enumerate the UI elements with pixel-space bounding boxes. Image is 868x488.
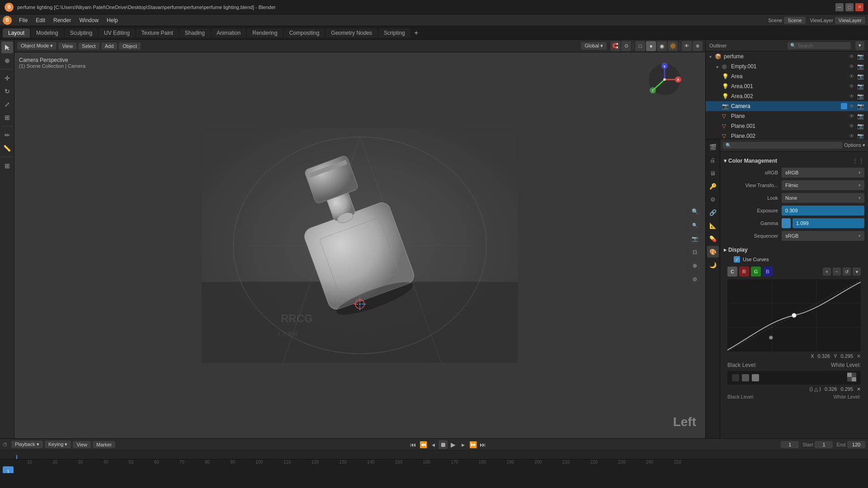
viewport-select-menu[interactable]: Select: [78, 42, 99, 50]
outliner-item-plane[interactable]: ▸ ▽ Plane 👁 📷: [706, 111, 868, 121]
curve-zoom-in[interactable]: +: [823, 267, 831, 276]
frame-all-button[interactable]: ⊡: [689, 246, 701, 258]
transport-stop[interactable]: ⏹: [439, 440, 448, 449]
curve-close-button[interactable]: ✕: [857, 353, 861, 359]
transport-prev-frame[interactable]: ◂: [429, 440, 438, 449]
curve-channel-c[interactable]: C: [727, 267, 737, 277]
prop-tab-output[interactable]: 🖨: [707, 154, 719, 166]
keying-menu[interactable]: Keying ▾: [45, 441, 71, 448]
menu-edit[interactable]: Edit: [32, 16, 49, 24]
transport-last[interactable]: ⏭: [478, 440, 487, 449]
tool-select[interactable]: [1, 42, 13, 53]
proportional-edit-button[interactable]: ⊙: [621, 41, 631, 51]
color-mgmt-menu-button[interactable]: ⋮⋮: [852, 157, 864, 164]
tab-modeling[interactable]: Modeling: [31, 28, 64, 38]
shading-material-button[interactable]: ◉: [657, 41, 667, 51]
use-curves-checkbox[interactable]: ✓: [734, 256, 740, 263]
menu-render[interactable]: Render: [50, 16, 75, 24]
outliner-eye-area002[interactable]: 👁: [849, 93, 856, 99]
transport-next-key[interactable]: ⏩: [468, 440, 477, 449]
transport-first[interactable]: ⏮: [409, 440, 418, 449]
close-button[interactable]: ✕: [855, 3, 863, 11]
curve-channel-b[interactable]: B: [763, 267, 773, 277]
tab-scripting[interactable]: Scripting: [378, 28, 410, 38]
outliner-cam-perfume[interactable]: 📷: [857, 53, 864, 60]
tab-sculpting[interactable]: Sculpting: [65, 28, 98, 38]
prop-tab-particles[interactable]: 💊: [707, 233, 719, 244]
curve-zoom-out[interactable]: −: [833, 267, 841, 276]
tab-rendering[interactable]: Rendering: [247, 28, 283, 38]
viewlayer-selector[interactable]: ViewLayer: [835, 17, 865, 24]
outliner-item-plane002[interactable]: ▸ ▽ Plane.002 👁 📷: [706, 131, 868, 139]
tab-shading[interactable]: Shading: [179, 28, 210, 38]
outliner-eye-empty001[interactable]: 👁: [849, 63, 856, 70]
tool-scale[interactable]: ⤢: [1, 99, 13, 110]
curve-graph[interactable]: [727, 279, 861, 352]
outliner-item-plane001[interactable]: ▸ ▽ Plane.001 👁 📷: [706, 121, 868, 131]
transport-play[interactable]: ▶: [448, 440, 458, 449]
prop-tab-constraints[interactable]: 🌙: [707, 259, 719, 271]
toggle-local-button[interactable]: ⊕: [689, 260, 701, 272]
outliner-cam-plane002[interactable]: 📷: [857, 133, 864, 139]
outliner-cam-plane[interactable]: 📷: [857, 113, 864, 119]
properties-options[interactable]: Options ▾: [844, 142, 865, 148]
viewport-object-menu[interactable]: Object: [119, 42, 141, 50]
outliner-eye-area001[interactable]: 👁: [849, 83, 856, 89]
snap-button[interactable]: 🧲: [610, 41, 620, 51]
properties-search[interactable]: 🔍: [723, 142, 842, 149]
prop-tab-render[interactable]: 🎬: [707, 141, 719, 153]
tool-cursor[interactable]: ⊕: [1, 55, 13, 66]
prop-tab-modifier[interactable]: 📐: [707, 220, 719, 231]
outliner-filter-button[interactable]: ▾: [855, 41, 864, 50]
outliner-item-camera[interactable]: ▸ 📷 Camera 👁 📷: [706, 101, 868, 111]
overlay-button[interactable]: 👁: [682, 41, 692, 51]
outliner-search[interactable]: 🔍 Search: [788, 42, 851, 49]
pivot-point-selector[interactable]: Global ▾: [581, 42, 607, 50]
nav-gizmo[interactable]: Y X Z: [646, 61, 683, 98]
prop-tab-scene[interactable]: 🔑: [707, 180, 719, 192]
view-transform-selector[interactable]: Filmic ▾: [782, 180, 864, 190]
prop-tab-material[interactable]: 🎨: [707, 246, 719, 258]
outliner-item-area002[interactable]: ▸ 💡 Area.002 👁 📷: [706, 91, 868, 101]
shading-wireframe-button[interactable]: □: [635, 41, 645, 51]
prop-tab-world[interactable]: ⚙: [707, 193, 719, 205]
curve-menu[interactable]: ▾: [853, 267, 861, 276]
playhead[interactable]: [16, 455, 17, 460]
tool-add[interactable]: ⊞: [1, 160, 13, 172]
color-management-header[interactable]: ▾ Color Management ⋮⋮: [724, 155, 864, 166]
outliner-cam-area002[interactable]: 📷: [857, 93, 864, 99]
transport-prev-key[interactable]: ⏪: [419, 440, 428, 449]
transport-next-frame[interactable]: ▸: [458, 440, 467, 449]
viewport-canvas[interactable]: Camera Perspective (1) Scene Collection …: [14, 52, 705, 438]
sequencer-selector[interactable]: sRGB ▾: [782, 231, 864, 241]
tab-compositing[interactable]: Compositing: [284, 28, 325, 38]
outliner-eye-camera[interactable]: 👁: [849, 103, 856, 109]
maximize-button[interactable]: □: [845, 3, 854, 11]
tool-annotate[interactable]: ✏: [1, 129, 13, 141]
tool-measure[interactable]: 📏: [1, 142, 13, 154]
prop-tab-view[interactable]: 🖥: [707, 167, 719, 179]
outliner-item-perfume[interactable]: ▾ 📦 perfume 👁 📷: [706, 52, 868, 61]
look-selector[interactable]: None ▾: [782, 193, 864, 203]
current-frame-input[interactable]: 1: [781, 441, 799, 448]
viewport-view-menu[interactable]: View: [58, 42, 76, 50]
outliner-cam-plane001[interactable]: 📷: [857, 123, 864, 129]
prop-tab-object[interactable]: 🔗: [707, 206, 719, 218]
end-frame-input[interactable]: 120: [847, 441, 865, 448]
zoom-out-button[interactable]: 🔍: [689, 219, 701, 231]
frame-marker-1[interactable]: 1: [3, 466, 14, 473]
shading-rendered-button[interactable]: 🔆: [668, 41, 678, 51]
curve-channel-g[interactable]: G: [751, 267, 761, 277]
gamma-color-swatch[interactable]: [782, 218, 791, 228]
tab-texture-paint[interactable]: Texture Paint: [136, 28, 179, 38]
outliner-cam-area[interactable]: 📷: [857, 73, 864, 80]
outliner-eye-plane[interactable]: 👁: [849, 113, 856, 119]
outliner-item-area001[interactable]: ▸ 💡 Area.001 👁 📷: [706, 81, 868, 91]
outliner-cam-empty001[interactable]: 📷: [857, 63, 864, 70]
zoom-in-button[interactable]: 🔍: [689, 206, 701, 217]
tab-layout[interactable]: Layout: [3, 28, 30, 38]
curve-channel-r[interactable]: R: [739, 267, 749, 277]
tab-uv-editing[interactable]: UV Editing: [99, 28, 135, 38]
marker-menu[interactable]: Marker: [93, 441, 115, 448]
display-device-selector[interactable]: sRGB ▾: [782, 168, 864, 178]
